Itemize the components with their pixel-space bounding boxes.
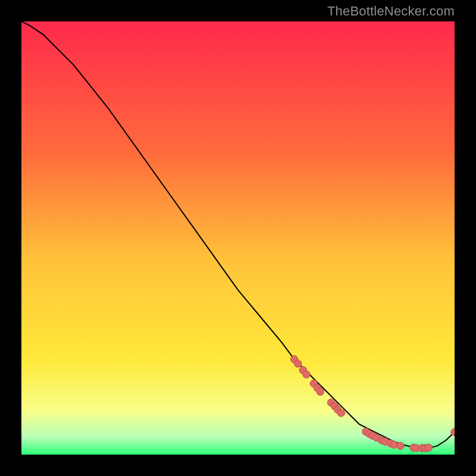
data-point xyxy=(317,388,324,395)
watermark-text: TheBottleNecker.com xyxy=(327,4,455,19)
chart-frame: TheBottleNecker.com xyxy=(0,0,476,476)
data-point xyxy=(294,360,301,367)
chart-svg xyxy=(21,21,455,455)
data-point xyxy=(390,441,397,448)
plot-area xyxy=(21,21,455,455)
data-point xyxy=(397,442,404,449)
data-point xyxy=(337,409,345,416)
data-point xyxy=(303,371,310,378)
data-point xyxy=(425,444,432,451)
gradient-background xyxy=(21,21,455,455)
